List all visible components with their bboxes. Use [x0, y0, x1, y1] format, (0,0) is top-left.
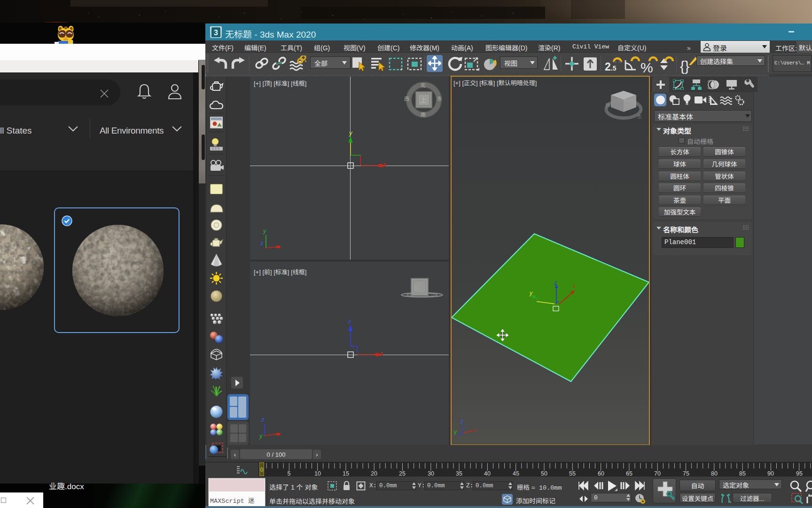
svg-text:y: y — [529, 288, 533, 296]
svg-text:x: x — [473, 426, 476, 433]
svg-text:z: z — [460, 418, 463, 425]
svg-text:y: y — [259, 431, 263, 440]
svg-text:z: z — [260, 238, 264, 247]
svg-text:x: x — [572, 282, 576, 289]
svg-text:y: y — [349, 129, 353, 137]
svg-text:y: y — [263, 227, 267, 235]
svg-text:y: y — [454, 427, 457, 435]
svg-text:z: z — [261, 416, 265, 423]
svg-text:z: z — [348, 318, 351, 325]
